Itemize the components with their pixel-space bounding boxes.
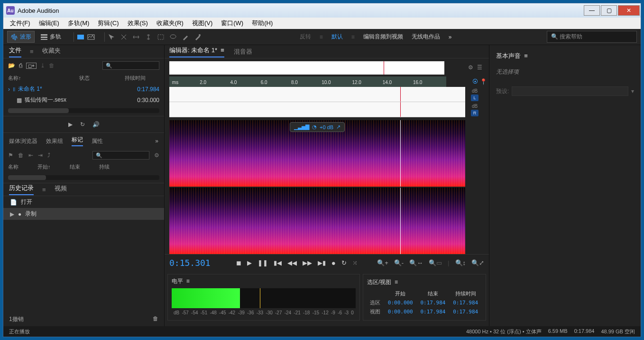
add-marker-icon[interactable]: ⚑ xyxy=(8,152,13,159)
mini-play-icon[interactable]: ▶ xyxy=(68,121,73,128)
insert-icon[interactable]: ⤓ xyxy=(40,62,45,69)
file-row[interactable]: › ⫴ 未命名 1* 0:17.984 xyxy=(3,84,164,94)
time-tool-icon[interactable] xyxy=(145,33,152,41)
stop-button[interactable]: ◼ xyxy=(236,259,241,266)
brush-tool-icon[interactable] xyxy=(182,33,189,41)
waveform-mode-button[interactable]: 波形 xyxy=(7,31,35,43)
pause-button[interactable]: ❚❚ xyxy=(258,259,268,266)
channel-r-badge[interactable]: R xyxy=(471,110,478,116)
sel-dur[interactable]: 0:17.984 xyxy=(449,298,482,307)
history-trash-icon[interactable]: 🗑 xyxy=(153,315,158,323)
heal-tool-icon[interactable] xyxy=(194,33,202,41)
prev-button[interactable]: ▮◀ xyxy=(274,259,282,266)
properties-tab[interactable]: 属性 xyxy=(92,137,103,145)
overview-waveform[interactable] xyxy=(169,61,444,75)
marker-filter-input[interactable] xyxy=(92,151,149,160)
next-button[interactable]: ▶▮ xyxy=(318,259,326,266)
move-tool-icon[interactable] xyxy=(108,33,115,41)
import-icon[interactable]: ⎙ xyxy=(19,62,22,69)
workspace-transform[interactable]: 反转 xyxy=(300,33,311,41)
menu-window[interactable]: 窗口(W) xyxy=(221,19,243,28)
overview-settings-icon[interactable]: ⚙ xyxy=(468,64,473,71)
header-duration[interactable]: 持续时间 xyxy=(108,75,146,82)
preset-dropdown[interactable] xyxy=(512,86,628,96)
history-tab[interactable]: 历史记录 xyxy=(9,184,34,195)
level-meter[interactable] xyxy=(172,288,356,308)
help-search-input[interactable]: 🔍 搜索帮助 xyxy=(547,31,637,43)
channel-l-badge[interactable]: L xyxy=(471,94,478,101)
files-scrollbar[interactable] xyxy=(8,108,159,113)
menu-effects[interactable]: 效果(S) xyxy=(128,19,148,28)
zoom-in-v-icon[interactable]: 🔍↕ xyxy=(455,259,466,266)
media-browser-tab[interactable]: 媒体浏览器 xyxy=(9,137,37,145)
marker-header-duration[interactable]: 持续 xyxy=(99,163,110,170)
overview-list-icon[interactable]: ☰ xyxy=(477,64,482,71)
multitrack-mode-button[interactable]: 多轨 xyxy=(37,31,64,42)
zoom-in-icon[interactable]: 🔍+ xyxy=(377,259,388,266)
slip-tool-icon[interactable] xyxy=(132,33,140,41)
marker-out-icon[interactable]: ⇥ xyxy=(38,152,43,159)
lasso-tool-icon[interactable] xyxy=(169,33,177,41)
menu-view[interactable]: 视图(V) xyxy=(192,19,212,28)
marker-header-end[interactable]: 结束 xyxy=(70,163,80,170)
history-item-open[interactable]: 📄 打开 xyxy=(3,196,164,208)
spectrogram-right[interactable]: Hz10k6k4k2k1k xyxy=(169,188,465,254)
hud-toggle-icon[interactable] xyxy=(77,33,84,41)
sel-start[interactable]: 0:00.000 xyxy=(384,298,417,307)
markers-scrollbar[interactable] xyxy=(8,175,159,180)
marker-trash-icon[interactable]: 🗑 xyxy=(18,152,24,159)
record-button[interactable]: ● xyxy=(331,259,336,267)
maximize-button[interactable]: ▢ xyxy=(601,5,617,16)
waveform-right-channel[interactable] xyxy=(169,102,465,117)
view-dur[interactable]: 0:17.984 xyxy=(449,307,482,316)
view-end[interactable]: 0:17.984 xyxy=(417,307,450,316)
zoom-out-v-icon[interactable]: 🔍⤢ xyxy=(471,259,484,266)
menu-edit[interactable]: 编辑(E) xyxy=(39,19,59,28)
video-tab[interactable]: 视频 xyxy=(55,184,67,195)
play-button[interactable]: ▶ xyxy=(247,259,252,266)
menu-help[interactable]: 帮助(H) xyxy=(252,19,273,28)
skip-button[interactable]: ⤮ xyxy=(352,259,358,266)
zoom-out-icon[interactable]: 🔍- xyxy=(394,259,404,266)
view-start[interactable]: 0:00.000 xyxy=(384,307,417,316)
editor-tab[interactable]: 编辑器: 未命名 1* ≡ xyxy=(169,46,224,57)
marker-settings-icon[interactable]: ⚙ xyxy=(154,152,159,159)
zoom-sel-icon[interactable]: 🔍▭ xyxy=(429,259,442,266)
spectral-toggle-icon[interactable] xyxy=(87,33,95,41)
menu-file[interactable]: 文件(F) xyxy=(10,19,30,28)
timeline-ruler[interactable]: ms 2.0 4.0 6.0 8.0 10.0 12.0 14.0 16.0 xyxy=(169,76,446,87)
header-status[interactable]: 状态 xyxy=(79,75,108,82)
forward-button[interactable]: ▶▶ xyxy=(303,259,312,266)
menu-clip[interactable]: 剪辑(C) xyxy=(98,19,119,28)
marker-header-start[interactable]: 开始↑ xyxy=(37,163,51,170)
workspace-edit-video[interactable]: 编辑音频到视频 xyxy=(363,33,403,41)
menu-multitrack[interactable]: 多轨(M) xyxy=(68,19,90,28)
pin-icon[interactable]: ⦿ xyxy=(472,78,478,85)
tabs-overflow-icon[interactable]: » xyxy=(155,138,158,144)
file-filter-input[interactable] xyxy=(102,61,159,70)
history-item-record[interactable]: ▶ ● 录制 xyxy=(3,208,164,220)
header-name[interactable]: 名称↑ xyxy=(8,75,79,82)
razor-tool-icon[interactable] xyxy=(120,33,128,41)
menu-favorites[interactable]: 收藏夹(R) xyxy=(156,19,184,28)
gain-pin-icon[interactable]: ↗ xyxy=(336,124,340,130)
zoom-full-icon[interactable]: 🔍↔ xyxy=(409,259,423,266)
marker-export-icon[interactable]: ⤴ xyxy=(47,152,50,159)
preset-chevron-icon[interactable]: ▾ xyxy=(631,88,634,94)
marker-in-icon[interactable]: ⇤ xyxy=(28,152,33,159)
waveform-left-channel[interactable] xyxy=(169,87,465,102)
files-tab[interactable]: 文件 xyxy=(9,46,21,57)
minimize-button[interactable]: — xyxy=(584,5,600,16)
new-file-icon[interactable]: ◻+ xyxy=(26,63,37,69)
marquee-tool-icon[interactable] xyxy=(157,33,165,41)
gain-hud[interactable]: ▁▃▅▇ ◔ +0 dB ↗ xyxy=(290,122,345,132)
marker-header-name[interactable]: 名称 xyxy=(8,163,18,170)
sel-end[interactable]: 0:17.984 xyxy=(417,298,450,307)
delete-icon[interactable]: 🗑 xyxy=(49,62,55,69)
mixer-tab[interactable]: 混音器 xyxy=(234,47,252,56)
close-button[interactable]: ✕ xyxy=(618,5,640,16)
workspace-more[interactable]: » xyxy=(449,34,452,40)
workspace-default[interactable]: 默认 xyxy=(331,33,343,41)
file-row[interactable]: ▦ 狐仙传闻一.sesx 0:30.000 xyxy=(3,94,164,105)
mini-autoplay-icon[interactable]: 🔊 xyxy=(92,121,100,128)
